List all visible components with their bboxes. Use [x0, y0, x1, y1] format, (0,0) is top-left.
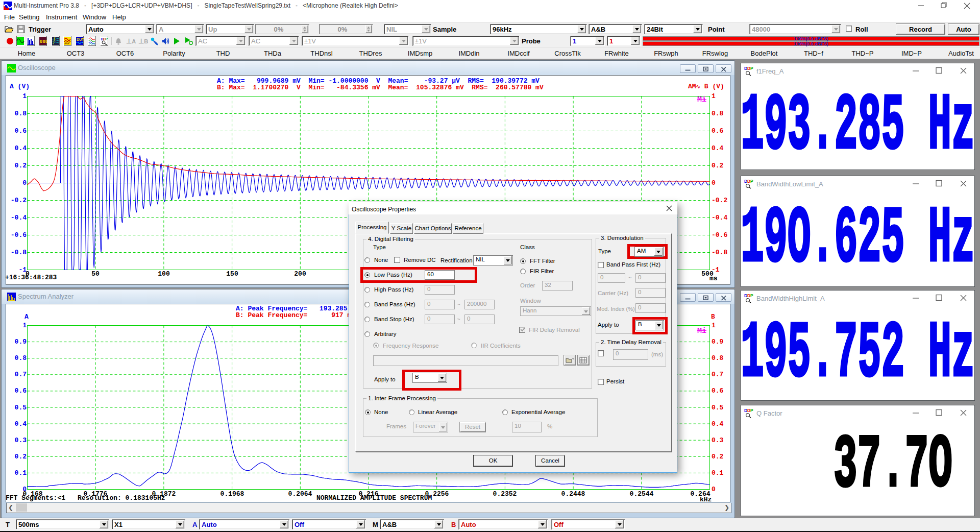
svg-text:P: P	[750, 408, 753, 413]
svg-text:888: 888	[40, 39, 47, 44]
svg-text:P: P	[750, 179, 753, 184]
svg-text:DUT: DUT	[77, 38, 84, 41]
svg-text:P: P	[750, 293, 753, 298]
svg-text:P: P	[750, 66, 753, 71]
svg-text:P: P	[106, 37, 108, 41]
